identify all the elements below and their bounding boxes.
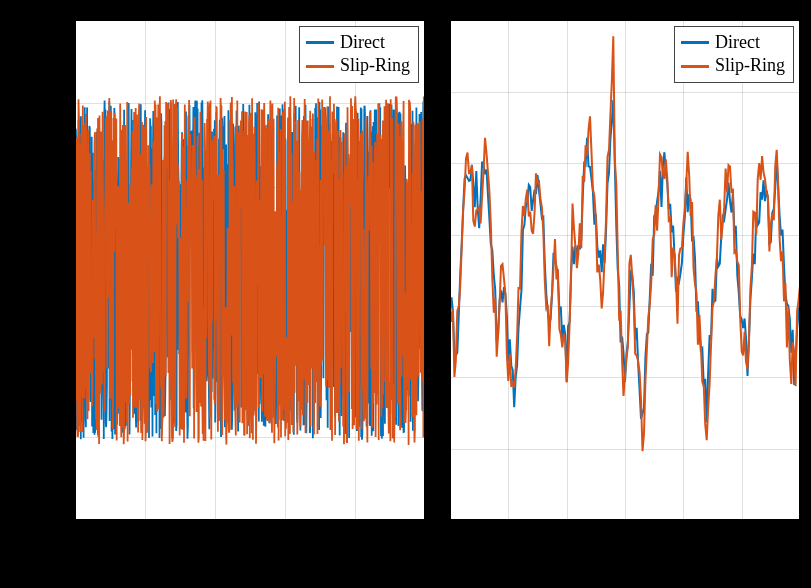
legend-label-slipring: Slip-Ring: [715, 54, 785, 77]
legend-right: Direct Slip-Ring: [674, 26, 794, 83]
chart-left: Direct Slip-Ring: [75, 20, 425, 520]
legend-left-item-1: Direct: [306, 31, 410, 54]
legend-swatch-slipring: [681, 65, 709, 68]
chart-left-data: [75, 20, 425, 520]
legend-label-direct: Direct: [340, 31, 385, 54]
series-slipring-right: [450, 36, 800, 451]
legend-label-direct: Direct: [715, 31, 760, 54]
legend-left-item-2: Slip-Ring: [306, 54, 410, 77]
legend-swatch-direct: [306, 41, 334, 44]
chart-right: Direct Slip-Ring: [450, 20, 800, 520]
chart-right-data: [450, 20, 800, 520]
legend-right-item-2: Slip-Ring: [681, 54, 785, 77]
legend-label-slipring: Slip-Ring: [340, 54, 410, 77]
legend-swatch-slipring: [306, 65, 334, 68]
legend-left: Direct Slip-Ring: [299, 26, 419, 83]
legend-right-item-1: Direct: [681, 31, 785, 54]
series-slipring-left: [75, 96, 425, 445]
legend-swatch-direct: [681, 41, 709, 44]
